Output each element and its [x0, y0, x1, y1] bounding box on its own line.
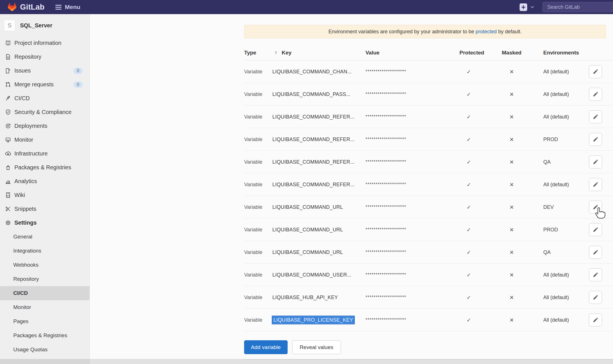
sidebar-item-label: Security & Compliance: [14, 109, 71, 115]
sidebar-subitem-usage-quotas[interactable]: Usage Quotas: [0, 343, 90, 357]
variable-key-cell: LIQUIBASE_COMMAND_REFER...: [272, 114, 354, 120]
edit-variable-button[interactable]: [589, 201, 602, 214]
project-avatar: S: [4, 20, 15, 31]
sidebar-item-deployments[interactable]: Deployments: [0, 119, 90, 133]
edit-variable-button[interactable]: [589, 291, 602, 304]
variable-row: VariableLIQUIBASE_COMMAND_URL***********…: [244, 241, 613, 264]
variable-type-cell: Variable: [244, 294, 262, 300]
deployments-icon: [5, 123, 11, 130]
sidebar-subitem-integrations[interactable]: Integrations: [0, 244, 90, 258]
sidebar-subitem-label: Packages & Registries: [13, 332, 67, 339]
sidebar-item-snippets[interactable]: Snippets: [0, 202, 90, 216]
package-icon: [5, 164, 11, 171]
sidebar-item-project-information[interactable]: Project information: [0, 36, 90, 50]
top-bar: GitLab Menu: [0, 0, 613, 14]
sidebar-item-label: Deployments: [14, 123, 47, 129]
sidebar-item-monitor[interactable]: Monitor: [0, 133, 90, 147]
edit-variable-button[interactable]: [589, 110, 602, 123]
edit-variable-button[interactable]: [589, 155, 602, 168]
sidebar-item-label: Monitor: [14, 137, 33, 143]
main-content: Environment variables are configured by …: [90, 14, 613, 364]
variable-type-cell: Variable: [244, 204, 262, 210]
protected-check-icon: ✓: [463, 91, 474, 97]
variable-key-cell: LIQUIBASE_COMMAND_USER...: [272, 272, 351, 278]
protected-check-icon: ✓: [463, 249, 474, 255]
sort-ascending-icon: ↑: [275, 50, 277, 56]
column-header-type: Type: [244, 50, 256, 56]
sidebar-subitem-ci-cd[interactable]: CI/CD: [0, 286, 90, 300]
protected-check-icon: ✓: [463, 113, 474, 120]
variable-type-cell: Variable: [244, 136, 262, 142]
gitlab-logo[interactable]: GitLab: [8, 3, 45, 12]
sidebar-subitem-pages[interactable]: Pages: [0, 314, 90, 328]
sidebar-item-label: Infrastructure: [14, 150, 48, 157]
edit-variable-button[interactable]: [589, 178, 602, 191]
variable-row: VariableLIQUIBASE_PRO_LICENSE_KEY*******…: [244, 309, 613, 331]
sidebar-item-label: Snippets: [14, 206, 36, 212]
environments-cell: All (default): [543, 317, 569, 323]
sidebar-subitem-label: General: [13, 234, 32, 240]
sidebar-subitem-label: Pages: [13, 318, 29, 324]
add-variable-button[interactable]: Add variable: [244, 340, 288, 354]
protected-link[interactable]: protected: [476, 29, 497, 34]
variable-masked-value-cell: ********************: [365, 92, 406, 97]
variable-type-cell: Variable: [244, 272, 262, 278]
sidebar-item-issues[interactable]: Issues0: [0, 64, 90, 78]
new-item-plus-button[interactable]: [520, 3, 527, 11]
sidebar-item-wiki[interactable]: Wiki: [0, 188, 90, 202]
sidebar-item-label: CI/CD: [14, 95, 30, 102]
sidebar-subitem-general[interactable]: General: [0, 230, 90, 244]
sidebar-item-packages-registries[interactable]: Packages & Registries: [0, 161, 90, 174]
protected-check-icon: ✓: [463, 271, 474, 278]
variable-masked-value-cell: ********************: [365, 137, 406, 142]
protected-check-icon: ✓: [463, 159, 474, 165]
edit-variable-button[interactable]: [589, 133, 602, 146]
sidebar-item-infrastructure[interactable]: Infrastructure: [0, 147, 90, 161]
table-body: VariableLIQUIBASE_COMMAND_CHAN...*******…: [244, 60, 613, 331]
menu-button-label: Menu: [65, 4, 80, 10]
hamburger-icon: [55, 4, 62, 11]
masked-cross-icon: ✕: [506, 226, 517, 233]
protected-check-icon: ✓: [463, 181, 474, 188]
sidebar-item-analytics[interactable]: Analytics: [0, 174, 90, 188]
edit-variable-button[interactable]: [589, 65, 602, 78]
environments-cell: All (default): [543, 69, 569, 74]
sidebar-item-ci-cd[interactable]: CI/CD: [0, 91, 90, 105]
sidebar-subitem-label: CI/CD: [13, 290, 28, 296]
reveal-values-button[interactable]: Reveal values: [292, 340, 341, 354]
edit-variable-button[interactable]: [589, 246, 602, 259]
edit-variable-button[interactable]: [589, 313, 602, 326]
sidebar-subitem-repository[interactable]: Repository: [0, 272, 90, 286]
sidebar-item-repository[interactable]: Repository: [0, 50, 90, 64]
sidebar-item-label: Project information: [14, 40, 62, 46]
chevron-down-icon[interactable]: [530, 5, 535, 9]
column-header-key[interactable]: Key: [282, 50, 292, 56]
sidebar-project-link[interactable]: S SQL_Server: [0, 18, 90, 33]
sidebar-subitem-packages-registries[interactable]: Packages & Registries: [0, 328, 90, 343]
environments-cell: All (default): [543, 114, 569, 120]
environments-cell: All (default): [543, 294, 569, 300]
sidebar-subitem-monitor[interactable]: Monitor: [0, 300, 90, 314]
sidebar-item-security-compliance[interactable]: Security & Compliance: [0, 105, 90, 119]
variable-row: VariableLIQUIBASE_COMMAND_REFER...******…: [244, 151, 613, 173]
environments-cell: DEV: [543, 204, 554, 210]
variable-key-cell: LIQUIBASE_COMMAND_URL: [272, 227, 343, 233]
menu-button[interactable]: Menu: [55, 4, 80, 11]
bottom-edge-band: [0, 359, 613, 364]
column-header-environments: Environments: [543, 50, 579, 56]
project-name: SQL_Server: [20, 22, 52, 29]
edit-variable-button[interactable]: [589, 223, 602, 236]
search-input[interactable]: [542, 2, 613, 12]
variable-row: VariableLIQUIBASE_HUB_API_KEY***********…: [244, 286, 613, 309]
environments-cell: All (default): [543, 91, 569, 97]
sidebar-subitem-webhooks[interactable]: Webhooks: [0, 258, 90, 272]
edit-variable-button[interactable]: [589, 88, 602, 101]
edit-variable-button[interactable]: [589, 268, 602, 281]
variable-row: VariableLIQUIBASE_COMMAND_REFER...******…: [244, 128, 613, 151]
sidebar-item-label: Packages & Registries: [14, 164, 71, 171]
sidebar: S SQL_Server Project informationReposito…: [0, 14, 90, 364]
variable-row: VariableLIQUIBASE_COMMAND_URL***********…: [244, 218, 613, 241]
sidebar-item-settings[interactable]: Settings: [0, 216, 90, 230]
environments-cell: QA: [543, 249, 551, 255]
sidebar-item-merge-requests[interactable]: Merge requests0: [0, 78, 90, 91]
